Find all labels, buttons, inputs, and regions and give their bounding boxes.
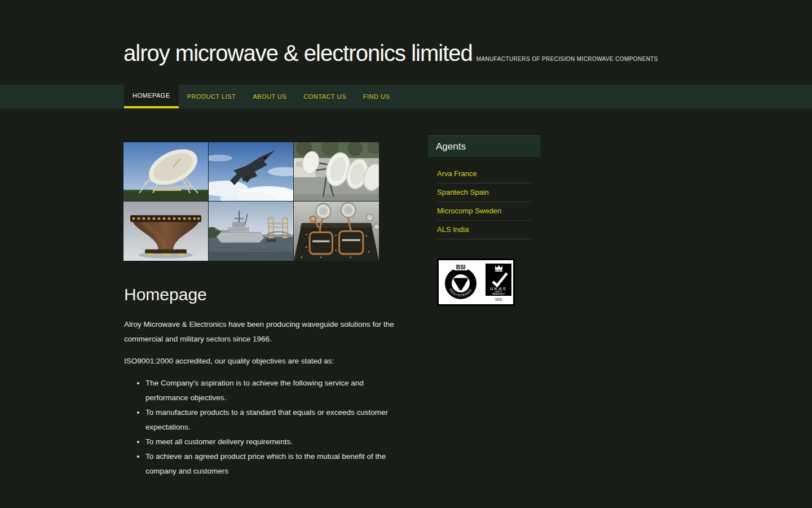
nav-tab-about-us[interactable]: ABOUT US: [244, 85, 295, 108]
site-header: alroy microwave & electronics limited MA…: [123, 41, 658, 65]
site-title: alroy microwave & electronics limited: [123, 41, 473, 65]
gallery-image-radio-telescope: [123, 142, 208, 201]
nav-tab-product-list[interactable]: PRODUCT LIST: [179, 85, 244, 108]
main-content: Homepage Alroy Microwave & Electronics h…: [124, 285, 409, 479]
gallery-image-warship-tower-bridge: [209, 202, 293, 261]
radio-telescope-illustration: [123, 142, 208, 201]
image-gallery: [123, 142, 379, 261]
warship-tower-bridge-illustration: [209, 202, 293, 261]
iso-paragraph: ISO9001:2000 accredited, our quality obj…: [124, 354, 395, 369]
gallery-image-copper-waveguide-assembly: [294, 202, 379, 261]
nav-list: HOMEPAGE PRODUCT LIST ABOUT US CONTACT U…: [124, 85, 812, 108]
agent-link-als-india[interactable]: ALS India: [437, 221, 532, 239]
agent-link-spantech-spain[interactable]: Spantech Spain: [437, 183, 532, 202]
nav-tab-homepage[interactable]: HOMEPAGE: [124, 85, 179, 108]
gallery-image-fighter-jet: [209, 142, 293, 201]
page: alroy microwave & electronics limited MA…: [0, 0, 812, 508]
quality-objective: The Company's aspiration is to achieve t…: [145, 376, 402, 405]
ukas-management-label: MANAGEMENT: [492, 293, 505, 295]
site-tagline: MANUFACTURERS OF PRECISION MICROWAVE COM…: [476, 56, 658, 62]
main-nav: HOMEPAGE PRODUCT LIST ABOUT US CONTACT U…: [0, 85, 812, 108]
quality-objective: To achieve an agreed product price which…: [145, 449, 402, 479]
agents-title: Agents: [436, 141, 466, 152]
waveguide-manifold-illustration: [123, 202, 208, 261]
sidebar: Agents Arva France Spantech Spain Microc…: [428, 135, 541, 306]
bsi-label: BSI: [456, 264, 466, 270]
agents-panel-header: Agents: [428, 135, 541, 157]
ukas-number: 003: [495, 297, 502, 301]
nav-tab-find-us[interactable]: FIND US: [355, 85, 399, 108]
gallery-image-satellite-dish-farm: [294, 142, 379, 201]
agent-link-microcomp-sweden[interactable]: Microcomp Sweden: [437, 202, 532, 221]
agent-link-arva-france[interactable]: Arva France: [437, 165, 532, 183]
satellite-dish-farm-illustration: [294, 142, 379, 201]
quality-objective: To meet all customer delivery requiremen…: [145, 435, 402, 449]
bsi-ukas-logo: BSI REGISTERED UKAS QUALITY MANAGEMENT 0…: [437, 259, 515, 306]
quality-objective: To manufacture products to a standard th…: [145, 405, 402, 435]
fighter-jet-illustration: [209, 142, 293, 201]
nav-tab-contact-us[interactable]: CONTACT US: [295, 85, 355, 108]
agents-list: Arva France Spantech Spain Microcomp Swe…: [437, 165, 532, 239]
intro-paragraph: Alroy Microwave & Electronics have been …: [124, 317, 395, 347]
quality-objectives-list: The Company's aspiration is to achieve t…: [145, 376, 402, 479]
page-heading: Homepage: [124, 285, 409, 304]
certification-logo: BSI REGISTERED UKAS QUALITY MANAGEMENT 0…: [437, 259, 515, 306]
copper-waveguide-assembly-illustration: [294, 202, 379, 261]
gallery-image-waveguide-manifold: [123, 202, 208, 261]
